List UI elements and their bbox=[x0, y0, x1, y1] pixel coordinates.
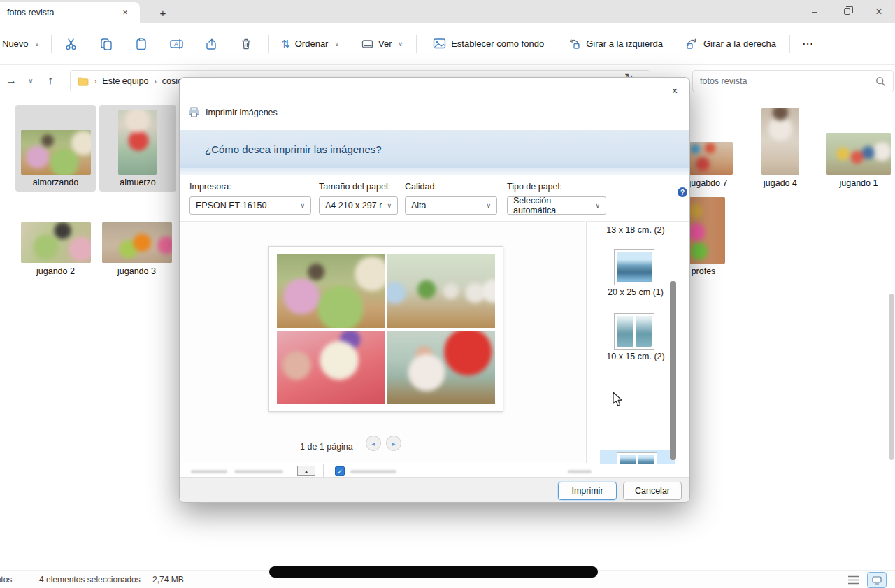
file-tile-jugando-1[interactable]: jugando 1 bbox=[825, 105, 892, 192]
set-background-label: Establecer como fondo bbox=[451, 38, 544, 49]
cancel-button-label: Cancelar bbox=[635, 486, 670, 496]
svg-text:A: A bbox=[174, 41, 178, 48]
command-toolbar: Nuevo ∨ A bbox=[0, 23, 895, 65]
obscured-text bbox=[234, 470, 283, 473]
rotate-left-button[interactable]: Girar a la izquierda bbox=[561, 31, 669, 57]
quality-select[interactable]: Alta ∨ bbox=[405, 196, 497, 215]
breadcrumb-este-equipo[interactable]: Este equipo bbox=[102, 76, 148, 86]
chevron-down-icon: ∨ bbox=[35, 41, 40, 48]
previous-page-button[interactable]: ◂ bbox=[366, 436, 381, 451]
file-tile-jugando-2[interactable]: jugando 2 bbox=[15, 218, 96, 281]
print-button[interactable]: Imprimir bbox=[558, 482, 617, 500]
printer-select[interactable]: EPSON ET-16150 ∨ bbox=[189, 196, 311, 215]
preview-photo-4 bbox=[387, 331, 495, 404]
preview-photo-1 bbox=[277, 254, 385, 328]
fit-frame-checkbox[interactable]: ✓ bbox=[335, 466, 345, 476]
recent-locations-button[interactable]: ∨ bbox=[21, 71, 41, 90]
clipped-options-row: ▴ ✓ bbox=[180, 464, 690, 477]
file-label: jugando 1 bbox=[825, 178, 892, 188]
trash-icon bbox=[239, 37, 253, 51]
help-icon[interactable]: ? bbox=[678, 187, 687, 197]
file-tile-almorzando[interactable]: almorzando bbox=[15, 105, 96, 192]
selection-count-text: 4 elementos seleccionados bbox=[39, 575, 141, 585]
cut-button[interactable] bbox=[57, 31, 85, 57]
rotate-right-label: Girar a la derecha bbox=[703, 38, 776, 49]
print-preview-area: 1 de 1 página ◂ ▸ bbox=[180, 221, 585, 463]
rename-button[interactable]: A bbox=[162, 31, 190, 57]
thumbnail-jugando-3 bbox=[102, 222, 172, 263]
chevron-down-icon: ∨ bbox=[399, 41, 403, 48]
chevron-down-icon: ∨ bbox=[387, 202, 392, 209]
paste-button[interactable] bbox=[127, 31, 155, 57]
thumbnails-view-toggle[interactable] bbox=[867, 572, 887, 588]
new-tab-button[interactable]: + bbox=[155, 5, 171, 20]
printer-icon bbox=[188, 107, 200, 117]
paste-icon bbox=[134, 37, 148, 51]
window-controls: – × bbox=[799, 0, 895, 23]
copy-icon bbox=[99, 37, 113, 51]
rotate-left-icon bbox=[568, 38, 581, 50]
set-background-button[interactable]: Establecer como fondo bbox=[427, 31, 550, 57]
folder-icon bbox=[78, 77, 89, 86]
search-box[interactable] bbox=[692, 70, 894, 92]
file-label: jugabdo 7 bbox=[684, 178, 733, 188]
sort-button[interactable]: ⇅ Ordenar ∨ bbox=[275, 31, 345, 57]
explorer-scrollbar[interactable] bbox=[889, 294, 894, 460]
maximize-restore-button[interactable] bbox=[831, 0, 863, 23]
share-icon bbox=[204, 37, 218, 51]
file-tile-jugando-3[interactable]: jugando 3 bbox=[96, 218, 177, 281]
rotate-right-button[interactable]: Girar a la derecha bbox=[679, 31, 782, 57]
rename-icon: A bbox=[169, 37, 184, 51]
new-button[interactable]: Nuevo ∨ bbox=[0, 31, 45, 57]
file-tile-jugado-4[interactable]: jugado 4 bbox=[755, 105, 806, 192]
tab-fotos-revista[interactable]: fotos revista × bbox=[0, 2, 140, 23]
copy-button[interactable] bbox=[92, 31, 120, 57]
quality-value: Alta bbox=[411, 201, 427, 210]
restore-icon bbox=[844, 8, 850, 15]
search-input[interactable] bbox=[700, 76, 875, 86]
delete-button[interactable] bbox=[232, 31, 260, 57]
paper-type-select[interactable]: Selección automática ∨ bbox=[507, 196, 606, 215]
wallpaper-icon bbox=[433, 38, 446, 50]
copies-spinner[interactable]: ▴ bbox=[297, 466, 315, 476]
dialog-band-edge bbox=[180, 168, 690, 175]
rotate-right-icon bbox=[685, 38, 699, 50]
print-button-label: Imprimir bbox=[571, 486, 603, 496]
file-tile-almuerzo[interactable]: almuerzo bbox=[99, 105, 176, 192]
minimize-button[interactable]: – bbox=[799, 0, 831, 23]
sort-icon: ⇅ bbox=[281, 38, 290, 50]
toolbar-divider bbox=[51, 35, 52, 53]
size-option-20x25-thumb[interactable] bbox=[614, 249, 654, 285]
sort-button-label: Ordenar bbox=[295, 38, 329, 49]
print-size-list: 13 x 18 cm. (2) 20 x 25 cm (1) 10 x 15 c… bbox=[586, 221, 690, 463]
printer-value: EPSON ET-16150 bbox=[196, 201, 266, 210]
paper-type-value: Selección automática bbox=[513, 196, 591, 215]
status-divider bbox=[31, 574, 31, 585]
size-list-scrollbar[interactable] bbox=[670, 281, 676, 460]
view-button[interactable]: Ver ∨ bbox=[355, 31, 409, 57]
forward-button[interactable]: → bbox=[1, 71, 21, 90]
toolbar-divider bbox=[416, 35, 417, 53]
obscured-text bbox=[191, 470, 227, 473]
up-button[interactable]: ↑ bbox=[41, 71, 60, 90]
size-option-13x18-label[interactable]: 13 x 18 cm. (2) bbox=[587, 225, 685, 235]
dialog-title-row: Imprimir imágenes bbox=[188, 107, 278, 117]
more-options-button[interactable]: ⋯ bbox=[796, 31, 820, 57]
view-button-label: Ver bbox=[378, 38, 392, 49]
cancel-button[interactable]: Cancelar bbox=[623, 482, 682, 500]
thumbnail-jugando-2 bbox=[21, 222, 91, 263]
share-button[interactable] bbox=[197, 31, 225, 57]
next-page-button[interactable]: ▸ bbox=[386, 436, 401, 451]
tab-close-icon[interactable]: × bbox=[119, 6, 131, 19]
dialog-close-icon[interactable]: × bbox=[666, 83, 684, 99]
page-status-text: 1 de 1 página bbox=[300, 442, 353, 452]
file-label: jugado 4 bbox=[755, 178, 806, 188]
size-option-10x15-thumb[interactable] bbox=[614, 313, 654, 350]
dialog-header-band: ¿Cómo desea imprimir las imágenes? bbox=[180, 130, 690, 168]
paper-type-label: Tipo de papel: bbox=[507, 182, 562, 192]
paper-size-select[interactable]: A4 210 x 297 m ∨ bbox=[319, 196, 398, 215]
details-view-toggle[interactable] bbox=[847, 575, 860, 585]
quality-label: Calidad: bbox=[405, 182, 437, 192]
chevron-down-icon: ∨ bbox=[486, 202, 491, 209]
close-window-button[interactable]: × bbox=[863, 0, 895, 23]
